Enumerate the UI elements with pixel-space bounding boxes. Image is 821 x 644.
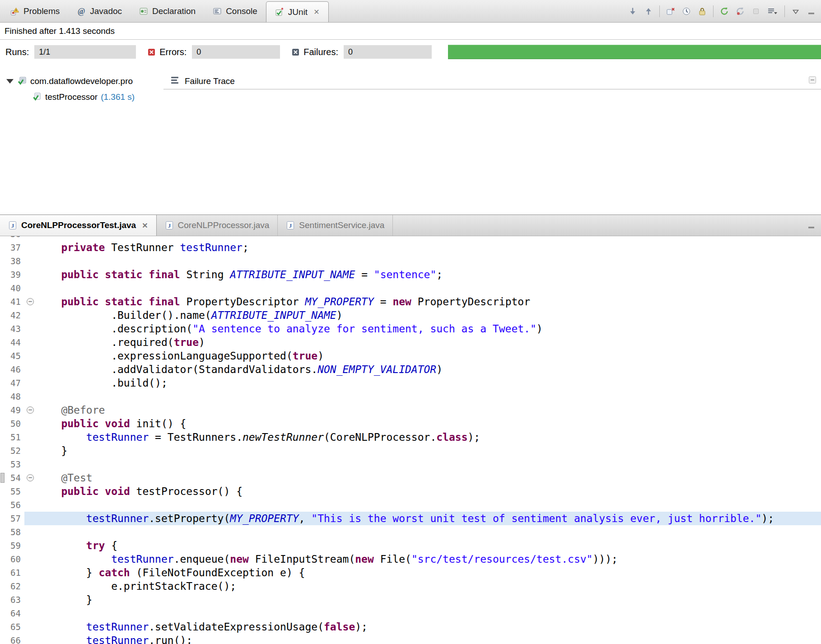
javadoc-icon: @: [77, 7, 86, 16]
code-line-37[interactable]: 37 private TestRunner testRunner;: [0, 241, 821, 254]
code-line-50[interactable]: 50 public void init() {: [0, 417, 821, 430]
code-line-47[interactable]: 47 .build();: [0, 376, 821, 390]
code-line-52[interactable]: 52 }: [0, 444, 821, 457]
code-text: .required(true): [36, 336, 821, 349]
code-text: [36, 390, 821, 403]
stop-test-run-icon[interactable]: [751, 6, 761, 16]
editor-tab-corenlpprocessor-java[interactable]: JCoreNLPProcessor.java: [157, 215, 278, 236]
next-failed-test-icon[interactable]: [628, 6, 638, 16]
view-menu-icon[interactable]: [791, 6, 801, 16]
code-line-45[interactable]: 45 .expressionLanguageSupported(true): [0, 349, 821, 363]
code-line-65[interactable]: 65 testRunner.setValidateExpressionUsage…: [0, 620, 821, 634]
fold-column: [24, 539, 36, 552]
show-execution-time-icon[interactable]: [681, 6, 691, 16]
code-line-44[interactable]: 44 .required(true): [0, 336, 821, 349]
code-line-46[interactable]: 46 .addValidator(StandardValidators.NON_…: [0, 363, 821, 376]
code-line-56[interactable]: 56: [0, 498, 821, 512]
code-line-49[interactable]: 49− @Before: [0, 403, 821, 417]
code-line-66[interactable]: 66 testRunner.run();: [0, 634, 821, 644]
code-line-36[interactable]: 36: [0, 236, 821, 241]
test-tree-item-testprocessor[interactable]: testProcessor(1.361 s): [0, 89, 163, 105]
svg-text:*: *: [281, 8, 284, 13]
code-text: [36, 236, 821, 241]
code-line-43[interactable]: 43 .description("A sentence to analyze f…: [0, 322, 821, 336]
code-line-51[interactable]: 51 testRunner = TestRunners.newTestRunne…: [0, 430, 821, 444]
code-line-54[interactable]: 54− @Test: [0, 471, 821, 485]
editor-tab-sentimentservice-java[interactable]: JSentimentService.java: [278, 215, 393, 236]
view-tab-label: Declaration: [152, 6, 196, 16]
console-icon: [213, 7, 222, 16]
fold-marker-icon[interactable]: −: [24, 403, 36, 417]
svg-text:J: J: [11, 222, 14, 229]
trace-corner-icon[interactable]: [808, 76, 816, 84]
junit-icon: *: [275, 8, 284, 17]
line-number: 46: [0, 363, 24, 376]
code-line-42[interactable]: 42 .Builder().name(ATTRIBUTE_INPUT_NAME): [0, 308, 821, 322]
test-results-tree[interactable]: com.dataflowdeveloper.protestProcessor(1…: [0, 73, 163, 215]
fold-column: [24, 281, 36, 295]
line-number: 45: [0, 349, 24, 363]
view-tab-problems[interactable]: Problems: [2, 0, 68, 22]
fold-column: [24, 254, 36, 268]
show-failures-only-icon[interactable]: [666, 6, 676, 16]
fold-marker-icon[interactable]: −: [24, 295, 36, 308]
view-tab-junit[interactable]: *JUnit✕: [266, 1, 329, 22]
scroll-lock-icon[interactable]: [697, 6, 707, 16]
test-run-history-icon[interactable]: [767, 6, 779, 16]
fold-column: [24, 308, 36, 322]
view-tab-declaration[interactable]: Declaration: [131, 0, 204, 22]
code-line-48[interactable]: 48: [0, 390, 821, 403]
view-tabbar-tabs: Problems@JavadocDeclarationConsole*JUnit…: [2, 0, 329, 22]
code-line-38[interactable]: 38: [0, 254, 821, 268]
test-tree-item-com-dataflowdeveloper-pro[interactable]: com.dataflowdeveloper.pro: [0, 73, 163, 89]
java-file-icon: J: [165, 221, 174, 230]
code-line-58[interactable]: 58: [0, 525, 821, 539]
code-editor[interactable]: 3637 private TestRunner testRunner;3839 …: [0, 236, 821, 644]
editor-tab-label: CoreNLPProcessor.java: [178, 220, 270, 230]
code-line-64[interactable]: 64: [0, 607, 821, 620]
code-line-41[interactable]: 41− public static final PropertyDescript…: [0, 295, 821, 308]
code-line-59[interactable]: 59 try {: [0, 539, 821, 552]
code-line-53[interactable]: 53: [0, 457, 821, 471]
code-line-63[interactable]: 63 }: [0, 593, 821, 607]
code-text: e.printStackTrace();: [36, 579, 821, 593]
close-tab-icon[interactable]: ✕: [142, 221, 148, 230]
code-line-39[interactable]: 39 public static final String ATTRIBUTE_…: [0, 268, 821, 281]
rerun-failed-first-icon[interactable]: [735, 6, 745, 16]
view-tab-label: Javadoc: [90, 6, 122, 16]
previous-failed-test-icon[interactable]: [644, 6, 653, 16]
rerun-test-icon[interactable]: [719, 6, 729, 16]
failure-trace-title: Failure Trace: [185, 76, 235, 86]
toolbar-separator: [784, 5, 785, 17]
close-tab-icon[interactable]: ✕: [313, 8, 319, 16]
code-line-40[interactable]: 40: [0, 281, 821, 295]
line-number: 55: [0, 485, 24, 498]
view-tab-javadoc[interactable]: @Javadoc: [68, 0, 131, 22]
code-lines: 3637 private TestRunner testRunner;3839 …: [0, 236, 821, 644]
minimize-view-icon[interactable]: [807, 6, 816, 16]
code-line-57[interactable]: 57 testRunner.setProperty(MY_PROPERTY, "…: [0, 512, 821, 525]
fold-column: [24, 525, 36, 539]
fold-marker-icon[interactable]: −: [24, 471, 36, 485]
view-tab-label: Console: [226, 6, 257, 16]
view-tab-console[interactable]: Console: [204, 0, 266, 22]
code-line-60[interactable]: 60 testRunner.enqueue(new FileInputStrea…: [0, 552, 821, 566]
editor-tab-corenlpprocessortest-java[interactable]: JCoreNLPProcessorTest.java✕: [0, 215, 157, 236]
code-text: } catch (FileNotFoundException e) {: [36, 566, 821, 579]
junit-view-body: com.dataflowdeveloper.protestProcessor(1…: [0, 64, 821, 215]
line-number: 62: [0, 579, 24, 593]
line-number: 47: [0, 376, 24, 390]
toolbar-separator: [659, 5, 660, 17]
runs-label: Runs:: [5, 47, 29, 57]
tree-expand-icon[interactable]: [6, 79, 14, 84]
code-line-61[interactable]: 61 } catch (FileNotFoundException e) {: [0, 566, 821, 579]
failures-label: Failures:: [303, 47, 338, 57]
java-file-icon: J: [286, 221, 295, 230]
minimize-editor-icon[interactable]: [807, 220, 816, 230]
line-number: 56: [0, 498, 24, 512]
line-number: 51: [0, 430, 24, 444]
code-text: @Before: [36, 403, 821, 417]
errors-label: Errors:: [159, 47, 187, 57]
code-line-55[interactable]: 55 public void testProcessor() {: [0, 485, 821, 498]
code-line-62[interactable]: 62 e.printStackTrace();: [0, 579, 821, 593]
